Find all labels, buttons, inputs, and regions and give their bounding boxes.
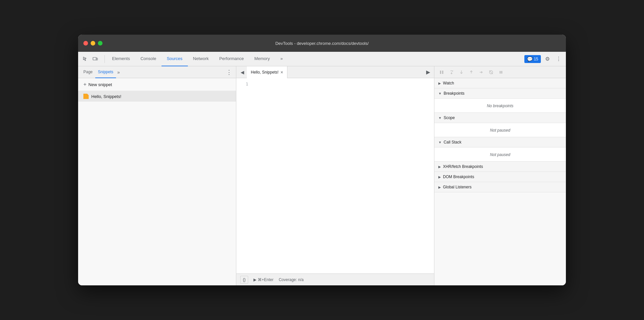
run-snippet-button[interactable]: ▶ <box>424 68 433 77</box>
run-button[interactable]: ▶ ⌘+Enter <box>253 277 274 282</box>
left-panel-tabs: Page Snippets » ⋮ <box>78 66 236 78</box>
toolbar-right: 💬 15 ⚙ ⋮ <box>524 54 563 64</box>
breakpoints-content: No breakpoints <box>434 99 566 113</box>
step-out-button[interactable] <box>467 68 476 77</box>
badge-count: 15 <box>534 57 538 61</box>
tab-elements[interactable]: Elements <box>107 52 135 66</box>
breakpoints-section-header[interactable]: ▼ Breakpoints <box>434 88 566 99</box>
editor-tab[interactable]: Hello, Snippets! × <box>247 66 287 78</box>
tab-sources[interactable]: Sources <box>161 52 188 66</box>
settings-button[interactable]: ⚙ <box>543 54 552 64</box>
step-button[interactable] <box>477 68 486 77</box>
traffic-lights <box>83 41 102 46</box>
toolbar-divider <box>104 55 105 63</box>
left-panel-menu[interactable]: ⋮ <box>225 69 233 76</box>
main-toolbar: Elements Console Sources Network Perform… <box>78 52 566 66</box>
svg-rect-7 <box>501 71 502 74</box>
xhr-label: XHR/fetch Breakpoints <box>443 164 483 169</box>
plus-icon: + <box>83 81 86 87</box>
watch-label: Watch <box>443 81 454 85</box>
close-button[interactable] <box>83 41 88 46</box>
debug-toolbar <box>434 66 566 78</box>
scope-section-header[interactable]: ▼ Scope <box>434 113 566 123</box>
minimize-button[interactable] <box>91 41 95 46</box>
code-content[interactable] <box>252 78 434 273</box>
snippet-item[interactable]: Hello, Snippets! <box>78 91 236 102</box>
notifications-badge[interactable]: 💬 15 <box>524 55 541 63</box>
line-number: 1 <box>236 81 248 87</box>
dom-label: DOM Breakpoints <box>443 175 474 179</box>
new-snippet-label: New snippet <box>88 82 112 87</box>
call-stack-label: Call Stack <box>444 140 461 144</box>
breakpoints-label: Breakpoints <box>444 91 464 96</box>
run-icon: ▶ <box>253 277 256 282</box>
coverage-label: Coverage: n/a <box>279 277 304 282</box>
new-snippet-button[interactable]: + New snippet <box>78 78 236 91</box>
left-tab-more[interactable]: » <box>116 70 121 75</box>
devtools-window: DevTools - developer.chrome.com/docs/dev… <box>78 35 566 285</box>
nav-tabs: Elements Console Sources Network Perform… <box>107 52 524 66</box>
left-panel-content: + New snippet Hello, Snippets! <box>78 78 236 285</box>
left-tab-snippets[interactable]: Snippets <box>95 66 116 78</box>
call-stack-content: Not paused <box>434 147 566 162</box>
inspector-button[interactable] <box>81 54 90 64</box>
dom-section-header[interactable]: ▶ DOM Breakpoints <box>434 172 566 182</box>
hide-sidebar-button[interactable]: ◀ <box>238 68 247 77</box>
scope-arrow: ▼ <box>438 116 442 120</box>
maximize-button[interactable] <box>98 41 102 46</box>
no-breakpoints-text: No breakpoints <box>487 104 513 108</box>
scope-content: Not paused <box>434 123 566 137</box>
tab-more[interactable]: » <box>275 52 288 66</box>
editor-tab-close[interactable]: × <box>280 70 283 75</box>
more-options-button[interactable]: ⋮ <box>554 54 563 64</box>
svg-rect-0 <box>93 57 96 60</box>
scope-label: Scope <box>444 115 455 120</box>
call-stack-section-header[interactable]: ▼ Call Stack <box>434 137 566 147</box>
window-title: DevTools - developer.chrome.com/docs/dev… <box>275 41 368 46</box>
device-toggle-button[interactable] <box>91 54 100 64</box>
xhr-section-header[interactable]: ▶ XHR/fetch Breakpoints <box>434 162 566 172</box>
format-button[interactable]: {} <box>240 276 248 284</box>
editor-tab-name: Hello, Snippets! <box>251 70 278 75</box>
chat-icon: 💬 <box>527 56 533 62</box>
toolbar-icons <box>81 54 100 64</box>
shortcut-label: ⌘+Enter <box>258 277 274 282</box>
middle-panel: ◀ Hello, Snippets! × ▶ 1 {} ▶ ⌘+Enter <box>236 66 434 285</box>
right-panel: ▶ Watch ▼ Breakpoints No breakpoints ▼ S… <box>434 66 566 285</box>
global-listeners-label: Global Listeners <box>443 185 472 189</box>
editor-bottom-bar: {} ▶ ⌘+Enter Coverage: n/a <box>236 273 434 285</box>
global-listeners-arrow: ▶ <box>438 185 441 189</box>
dom-arrow: ▶ <box>438 175 441 179</box>
svg-rect-3 <box>442 71 444 74</box>
global-listeners-section-header[interactable]: ▶ Global Listeners <box>434 182 566 192</box>
tab-memory[interactable]: Memory <box>249 52 275 66</box>
tab-network[interactable]: Network <box>188 52 214 66</box>
content-area: Page Snippets » ⋮ + New snippet Hello, S… <box>78 66 566 285</box>
snippet-file-icon <box>83 94 89 99</box>
tab-console[interactable]: Console <box>135 52 161 66</box>
call-stack-arrow: ▼ <box>438 141 442 144</box>
pause-button[interactable] <box>437 68 446 77</box>
tab-performance[interactable]: Performance <box>214 52 249 66</box>
watch-section-header[interactable]: ▶ Watch <box>434 78 566 88</box>
line-numbers: 1 <box>236 78 252 273</box>
svg-rect-6 <box>500 71 501 74</box>
xhr-arrow: ▶ <box>438 165 441 169</box>
title-bar: DevTools - developer.chrome.com/docs/dev… <box>78 35 566 52</box>
step-into-button[interactable] <box>457 68 466 77</box>
editor-tabs: ◀ Hello, Snippets! × ▶ <box>236 66 434 78</box>
left-panel: Page Snippets » ⋮ + New snippet Hello, S… <box>78 66 236 285</box>
deactivate-button[interactable] <box>486 68 496 77</box>
left-tab-page[interactable]: Page <box>81 66 95 78</box>
scope-not-paused-text: Not paused <box>490 128 510 133</box>
call-stack-not-paused-text: Not paused <box>490 152 510 157</box>
snippet-name: Hello, Snippets! <box>91 94 121 99</box>
step-over-button[interactable] <box>447 68 456 77</box>
svg-rect-1 <box>96 58 98 60</box>
pause-on-exception-button[interactable] <box>496 68 506 77</box>
breakpoints-arrow: ▼ <box>438 92 442 95</box>
watch-arrow: ▶ <box>438 81 441 85</box>
editor-area: 1 <box>236 78 434 273</box>
svg-rect-2 <box>440 71 441 74</box>
